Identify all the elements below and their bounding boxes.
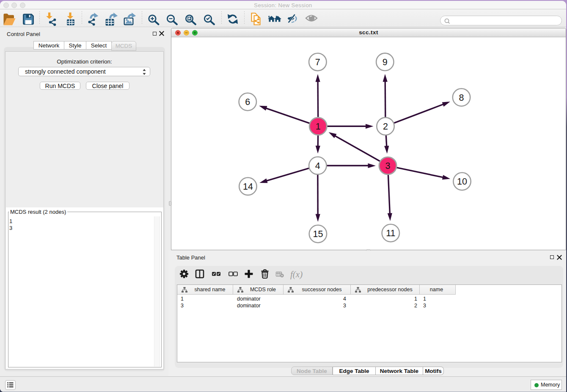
svg-text:8: 8: [459, 93, 464, 103]
svg-text:4: 4: [315, 161, 320, 171]
svg-text:9: 9: [383, 57, 388, 67]
svg-text:15: 15: [313, 229, 323, 239]
svg-text:6: 6: [245, 97, 250, 107]
svg-text:2: 2: [383, 121, 388, 132]
svg-text:11: 11: [386, 228, 395, 238]
svg-text:10: 10: [457, 177, 467, 187]
svg-text:1: 1: [316, 121, 321, 132]
svg-text:14: 14: [243, 182, 253, 192]
svg-text:7: 7: [315, 57, 320, 67]
svg-text:3: 3: [385, 161, 391, 171]
